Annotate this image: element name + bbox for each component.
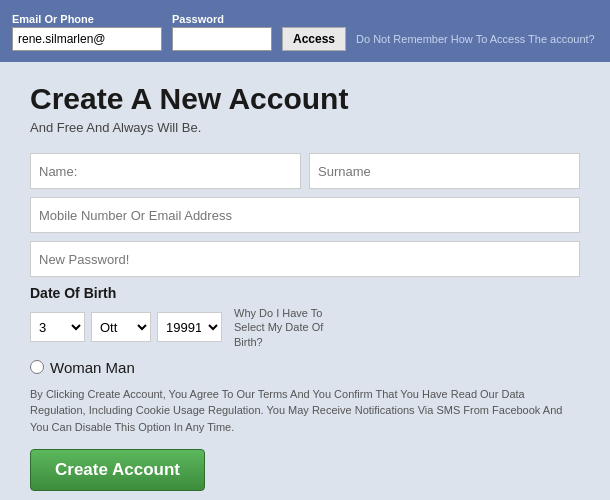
mobile-input[interactable]	[30, 197, 580, 233]
header-links: Do Not Remember How To Access The accoun…	[356, 33, 595, 45]
dob-section: Date Of Birth 3 Ott 19991 Why Do I Have …	[30, 285, 580, 349]
dob-year-select[interactable]: 19991	[157, 312, 222, 342]
access-button[interactable]: Access	[282, 27, 346, 51]
dob-label: Date Of Birth	[30, 285, 580, 301]
password-label: Password	[172, 13, 272, 25]
new-password-input[interactable]	[30, 241, 580, 277]
email-field-group: Email Or Phone	[12, 13, 162, 51]
gender-label: Woman Man	[50, 359, 135, 376]
header-bar: Email Or Phone Password Access Do Not Re…	[0, 0, 610, 62]
password-field-group: Password	[172, 13, 272, 51]
name-input[interactable]	[30, 153, 301, 189]
dob-month-select[interactable]: Ott	[91, 312, 151, 342]
dob-question: Why Do I Have To Select My Date Of Birth…	[234, 306, 354, 349]
create-account-button[interactable]: Create Account	[30, 449, 205, 491]
surname-input[interactable]	[309, 153, 580, 189]
subtitle: And Free And Always Will Be.	[30, 120, 580, 135]
dob-day-select[interactable]: 3	[30, 312, 85, 342]
new-password-row	[30, 241, 580, 277]
email-label: Email Or Phone	[12, 13, 162, 25]
gender-row: Woman Man	[30, 359, 580, 376]
email-input[interactable]	[12, 27, 162, 51]
password-input[interactable]	[172, 27, 272, 51]
name-surname-row	[30, 153, 580, 189]
terms-text: By Clicking Create Account, You Agree To…	[30, 386, 580, 436]
mobile-row	[30, 197, 580, 233]
gender-radio[interactable]	[30, 360, 44, 374]
page-title: Create A New Account	[30, 82, 580, 116]
main-content: Create A New Account And Free And Always…	[0, 62, 610, 500]
dob-row: 3 Ott 19991 Why Do I Have To Select My D…	[30, 306, 580, 349]
